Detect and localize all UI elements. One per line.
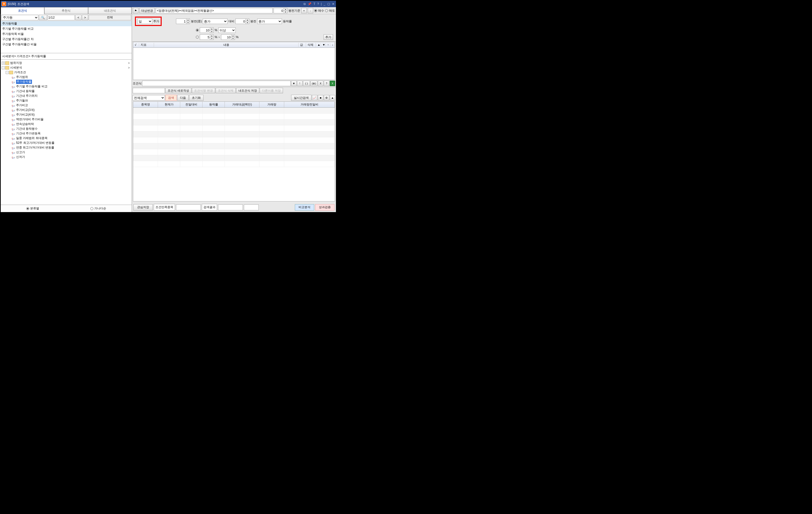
tree-leaf[interactable]: 주가비교(4개) xyxy=(1,112,131,117)
sell-radio[interactable]: 매도 xyxy=(325,9,335,13)
result-item[interactable]: 주가등락률 xyxy=(1,21,132,26)
favorite-save-button[interactable]: 관심저장 xyxy=(134,204,153,211)
tree-leaf[interactable]: 주가돌파 xyxy=(1,98,131,103)
pct3-spinner[interactable]: ▲▼ xyxy=(221,34,235,40)
condition-list-body[interactable] xyxy=(133,48,335,80)
tab-recommend[interactable]: 추천식 xyxy=(44,7,88,14)
tree-leaf[interactable]: 주가등락률 xyxy=(1,80,131,84)
target-change-button[interactable]: 대상변경 xyxy=(139,8,155,13)
minus-button[interactable]: - xyxy=(308,8,313,13)
gte-radio[interactable] xyxy=(196,29,199,32)
result-input[interactable] xyxy=(218,204,243,210)
pct1-spinner[interactable]: ▲▼ xyxy=(200,27,214,33)
performance-verify-button[interactable]: 성과검증 xyxy=(315,204,335,211)
close-icon[interactable]: ✕ xyxy=(331,2,335,6)
rename-condition-button[interactable]: 조건식명 변경 xyxy=(192,88,215,93)
col-diff[interactable]: 전일대비 xyxy=(180,102,203,108)
realtime-search-button[interactable]: 실시간검색 xyxy=(291,95,312,101)
tree-leaf[interactable]: 신저가 xyxy=(1,155,131,159)
col-volume[interactable]: 거래량 xyxy=(259,102,284,108)
result-item[interactable]: 주기별 주가등락률 비교 xyxy=(1,26,132,31)
delete-condition-button[interactable]: 조건식 삭제 xyxy=(215,88,236,93)
all-button[interactable]: 전체 xyxy=(89,15,131,20)
col-volratio[interactable]: 거래량전일비 xyxy=(284,102,335,108)
search-reset-button[interactable]: 초기화 xyxy=(189,95,203,101)
tree-leaf[interactable]: 연속상승하락 xyxy=(1,122,131,126)
tree-leaf[interactable]: 주기별 주가등락률 비교 xyxy=(1,84,131,89)
prev-button[interactable]: < xyxy=(75,15,82,20)
formula-paren-button[interactable]: ( ) xyxy=(303,81,310,86)
tree-leaf[interactable]: 주가비교(3개) xyxy=(1,108,131,112)
toggle-icon[interactable]: + xyxy=(2,62,5,65)
text-icon[interactable]: T xyxy=(313,2,316,6)
buy-radio[interactable]: 매수 xyxy=(314,9,324,13)
tree-leaf[interactable]: 기간내 등락률 xyxy=(1,89,131,94)
formula-x-button[interactable]: X xyxy=(318,81,323,86)
search-next-button[interactable]: 다음 xyxy=(177,95,188,101)
formula-not-button[interactable]: ! xyxy=(297,81,302,86)
maximize-icon[interactable]: ▢ xyxy=(327,2,330,6)
offset-spinner[interactable]: ▲▼ xyxy=(273,8,287,13)
popup-icon[interactable]: ⧉ xyxy=(303,2,306,6)
compare-analysis-button[interactable]: 비교분석 xyxy=(295,204,314,211)
sort-by-name-radio[interactable]: 가나다순 xyxy=(90,206,106,211)
minimize-icon[interactable]: _ xyxy=(323,2,326,6)
formula-input[interactable] xyxy=(142,81,291,86)
p1-spinner[interactable]: ▲▼ xyxy=(176,19,190,24)
grid-body[interactable] xyxy=(133,108,335,201)
tree-leaf[interactable]: 기간내 등락봉수 xyxy=(1,126,131,131)
add-condition-button[interactable]: 추가 xyxy=(324,34,333,40)
formula-xparen-button[interactable]: (⊗) xyxy=(311,81,317,86)
condition-name-input[interactable] xyxy=(133,88,165,93)
chart-icon[interactable]: 📈 xyxy=(312,95,317,100)
tree-leaf[interactable]: 기간내 주가위치 xyxy=(1,94,131,98)
col-rate[interactable]: 등락률 xyxy=(203,102,225,108)
filter-select[interactable]: 주가등 xyxy=(1,15,38,20)
price-type2-select[interactable]: 종가 xyxy=(257,19,282,24)
pct2-spinner[interactable]: ▲▼ xyxy=(200,34,214,40)
result-item[interactable]: 구간별 주가등락률간 차 xyxy=(1,37,132,42)
tree-leaf[interactable]: 52주 최고가/저가대비 변동률 xyxy=(1,141,131,145)
excel-icon[interactable]: X xyxy=(330,81,335,86)
tree-leaf[interactable]: 액면가대비 주가비율 xyxy=(1,117,131,122)
help-icon[interactable]: ? xyxy=(317,2,320,6)
result-list[interactable]: 주가등락률 주기별 주가등락률 비교 주가등락폭 비율 구간별 주가등락률간 차… xyxy=(1,21,132,53)
next-button[interactable]: > xyxy=(82,15,88,20)
tab-my[interactable]: 내조건식 xyxy=(88,7,132,14)
pin-icon[interactable]: 📌 xyxy=(307,2,312,6)
col-price[interactable]: 현재가 xyxy=(158,102,180,108)
tree-folder[interactable]: +범위지정> xyxy=(1,61,131,65)
plus-button[interactable]: + xyxy=(301,8,307,13)
period-select[interactable]: 일 xyxy=(137,19,152,24)
search-scope-select[interactable]: 전체검색 xyxy=(133,95,165,100)
result-item[interactable]: 구간별 주가등락률간 비율 xyxy=(1,42,132,47)
tree-folder[interactable]: -가격조건 xyxy=(1,70,131,75)
save-my-condition-button[interactable]: 내조건식 저장 xyxy=(236,88,259,93)
cond-stock-input[interactable] xyxy=(176,204,201,210)
result-item[interactable]: 주가등락폭 비율 xyxy=(1,31,132,37)
tree-leaf[interactable]: 주가범위 xyxy=(1,75,131,80)
tree-leaf[interactable]: 주가비교 xyxy=(1,103,131,108)
range-radio[interactable] xyxy=(196,36,199,39)
gear-icon[interactable]: ⚙ xyxy=(324,95,329,100)
tab-condition[interactable]: 조건식 xyxy=(1,7,44,14)
collapse-icon[interactable]: ▲ xyxy=(330,95,335,100)
price-type-select[interactable]: 종가 xyxy=(203,19,228,24)
toggle-icon[interactable]: - xyxy=(2,66,5,69)
sort-by-class-radio[interactable]: 분류별 xyxy=(26,206,39,211)
toggle-icon[interactable]: - xyxy=(6,71,9,74)
saveas-condition-button[interactable]: 다른이름 저장 xyxy=(260,88,283,93)
search-button[interactable]: 🔍 xyxy=(39,15,47,20)
tree-folder[interactable]: -시세분석> xyxy=(1,65,131,70)
extra-input[interactable] xyxy=(244,204,259,210)
flag-icon[interactable]: ⚑ xyxy=(133,8,138,13)
col-amount[interactable]: 거래대금(백만) xyxy=(225,102,259,108)
tree-leaf[interactable]: 연중 최고가/저가대비 변동률 xyxy=(1,145,131,150)
tree-leaf[interactable]: 일중 거래범위 최대종목 xyxy=(1,136,131,141)
tree-leaf[interactable]: 기간내 주가변동폭 xyxy=(1,131,131,136)
formula-dropdown-button[interactable]: ▼ xyxy=(291,81,297,86)
formula-help-button[interactable]: ? xyxy=(324,81,329,86)
stop-icon[interactable]: ■ xyxy=(318,95,323,100)
search-go-button[interactable]: 검색 xyxy=(165,95,177,101)
cmp-select[interactable]: 이상 xyxy=(219,27,236,33)
